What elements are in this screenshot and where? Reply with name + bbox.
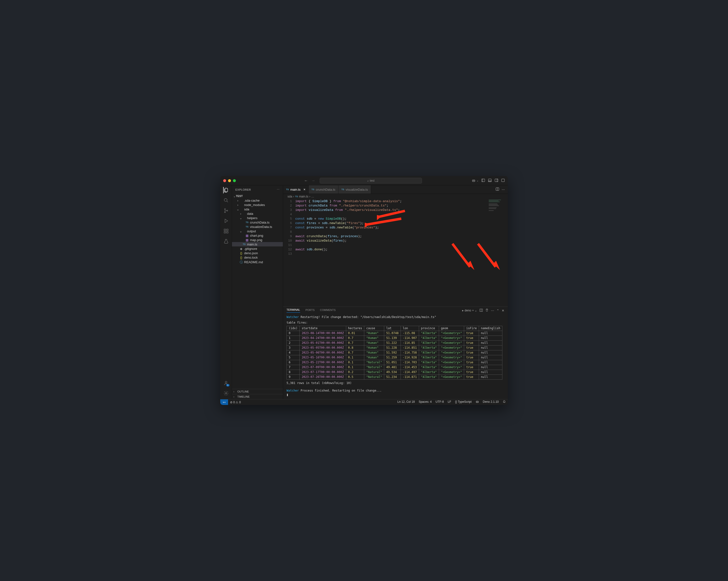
close-panel-icon[interactable]: ✕ xyxy=(502,309,504,312)
remote-indicator[interactable] xyxy=(220,399,228,405)
source-control-icon[interactable] xyxy=(223,208,229,214)
svg-rect-29 xyxy=(489,209,496,209)
close-window[interactable] xyxy=(223,179,226,182)
tree-item[interactable]: {}deno.lock xyxy=(232,255,283,259)
testing-icon[interactable] xyxy=(223,239,229,244)
terminal-shell-picker[interactable]: ▸ deno + ⌄ xyxy=(462,309,477,312)
tree-item[interactable]: TScrunchData.ts xyxy=(232,220,283,224)
copilot-status-icon[interactable] xyxy=(474,400,481,404)
tree-item[interactable]: ▦map.png xyxy=(232,238,283,242)
language-mode[interactable]: {} TypeScript xyxy=(453,400,474,404)
table-row: 12023-04-24T00:00:00.000Z0.7"Human"51.13… xyxy=(287,336,502,341)
terminal-output[interactable]: Watcher Restarting! File change detected… xyxy=(283,314,508,399)
tree-item[interactable]: ›node_modules xyxy=(232,202,283,207)
breadcrumb[interactable]: sda› TS main.ts› … xyxy=(283,194,508,199)
close-tab-icon[interactable]: × xyxy=(303,188,305,191)
tree-item[interactable]: ›data xyxy=(232,211,283,216)
tab-bar: TSmain.ts×TScrunchData.tsTSvisualizeData… xyxy=(283,185,508,194)
tree-item[interactable]: ▦chart.png xyxy=(232,233,283,238)
split-editor-icon[interactable] xyxy=(496,187,499,192)
code-editor[interactable]: 12345678910111213 import { SimpleDB } fr… xyxy=(283,199,508,307)
cursor-position[interactable]: Ln 12, Col 18 xyxy=(395,400,417,404)
tree-item[interactable]: ⓘREADME.md xyxy=(232,259,283,265)
panel-tab-terminal[interactable]: TERMINAL xyxy=(287,308,300,313)
indentation[interactable]: Spaces: 4 xyxy=(417,400,434,404)
svg-point-10 xyxy=(224,198,227,201)
kill-terminal-icon[interactable] xyxy=(485,308,489,312)
layout-panel-icon[interactable] xyxy=(488,178,492,183)
search-icon: ⌕ xyxy=(367,179,369,183)
customize-layout-icon[interactable] xyxy=(501,178,505,183)
activity-bar: 1 xyxy=(220,185,232,399)
editor-tab[interactable]: TSvisualizeData.ts xyxy=(338,185,371,194)
explorer-icon[interactable] xyxy=(223,187,229,193)
svg-rect-24 xyxy=(489,202,500,202)
tree-item[interactable]: TSvisualizeData.ts xyxy=(232,224,283,229)
panel-tab-comments[interactable]: COMMENTS xyxy=(320,308,336,313)
ts-icon: TS xyxy=(245,221,249,224)
split-terminal-icon[interactable] xyxy=(479,308,483,313)
bottom-panel: TERMINAL PORTS COMMENTS ▸ deno + ⌄ ⋯ ⌃ ✕… xyxy=(283,307,508,399)
search-icon[interactable] xyxy=(223,197,229,203)
maximize-panel-icon[interactable]: ⌃ xyxy=(497,309,499,312)
more-actions-icon[interactable]: ⋯ xyxy=(502,188,505,191)
minimap[interactable] xyxy=(488,199,508,214)
layout-editor-icon[interactable] xyxy=(482,178,485,183)
editor-tab[interactable]: TSmain.ts× xyxy=(283,185,309,194)
tree-root[interactable]: ⌄ TEST xyxy=(232,194,283,198)
svg-point-2 xyxy=(474,181,474,181)
problems-status[interactable]: ⊘ 0 ⚠ 0 xyxy=(228,400,243,404)
sidebar-more-icon[interactable]: ⋯ xyxy=(277,188,280,191)
tree-item[interactable]: ◆.gitignore xyxy=(232,246,283,251)
tree-item[interactable]: {}deno.json xyxy=(232,251,283,255)
editor-tab[interactable]: TScrunchData.ts xyxy=(309,185,339,194)
outline-section[interactable]: ›OUTLINE xyxy=(232,389,283,394)
tree-item[interactable]: ›.sda-cache xyxy=(232,198,283,202)
svg-rect-7 xyxy=(495,179,498,182)
data-table: (idx)startdatehectarescauselatlonprovinc… xyxy=(287,326,502,380)
svg-rect-30 xyxy=(489,211,494,211)
minimize-window[interactable] xyxy=(228,179,231,182)
copilot-icon[interactable]: ⌄ xyxy=(472,179,478,183)
extensions-icon[interactable] xyxy=(223,228,229,234)
maximize-window[interactable] xyxy=(233,179,236,182)
img-icon: ▦ xyxy=(245,238,249,242)
svg-rect-3 xyxy=(482,179,485,182)
accounts-icon[interactable]: 1 xyxy=(223,380,229,386)
svg-rect-14 xyxy=(224,229,225,230)
svg-rect-22 xyxy=(489,200,501,200)
tree-item[interactable]: TSmain.ts xyxy=(232,242,283,246)
tree-item[interactable]: ⌄sda xyxy=(232,207,283,211)
info-icon: ⓘ xyxy=(239,260,243,265)
status-bar: ⊘ 0 ⚠ 0 Ln 12, Col 18 Spaces: 4 UTF-8 LF… xyxy=(220,399,508,405)
nav-forward-icon[interactable]: → xyxy=(311,178,315,183)
traffic-lights xyxy=(223,179,236,182)
eol[interactable]: LF xyxy=(446,400,453,404)
svg-point-41 xyxy=(477,402,477,402)
table-row: 52023-05-16T00:00:00.000Z0.1"Human"51.25… xyxy=(287,355,502,360)
svg-rect-25 xyxy=(489,203,497,204)
debug-icon[interactable] xyxy=(223,218,229,224)
nav-arrows: ← → xyxy=(304,178,315,183)
svg-rect-6 xyxy=(488,181,491,182)
timeline-section[interactable]: ›TIMELINE xyxy=(232,394,283,399)
gi-icon: ◆ xyxy=(239,247,243,251)
layout-sidebar-right-icon[interactable] xyxy=(495,178,498,183)
panel-tab-ports[interactable]: PORTS xyxy=(306,308,315,313)
tree-item[interactable]: ⌄helpers xyxy=(232,216,283,220)
sidebar-title: EXPLORER xyxy=(235,188,251,191)
svg-rect-4 xyxy=(482,179,483,182)
panel-more-icon[interactable]: ⋯ xyxy=(491,309,494,312)
svg-point-18 xyxy=(225,381,227,383)
encoding[interactable]: UTF-8 xyxy=(434,400,446,404)
command-center[interactable]: ⌕ test xyxy=(320,178,422,184)
tree-item[interactable]: ⌄output xyxy=(232,229,283,233)
explorer-sidebar: EXPLORER ⋯ ⌄ TEST ›.sda-cache›node_modul… xyxy=(232,185,283,399)
ts-icon: TS xyxy=(286,188,289,191)
ts-icon: TS xyxy=(242,243,246,245)
settings-gear-icon[interactable] xyxy=(223,390,229,396)
runtime[interactable]: Deno 2.1.10 xyxy=(481,400,501,404)
ts-icon: TS xyxy=(245,225,249,228)
notifications-icon[interactable] xyxy=(501,400,508,404)
nav-back-icon[interactable]: ← xyxy=(304,178,308,183)
